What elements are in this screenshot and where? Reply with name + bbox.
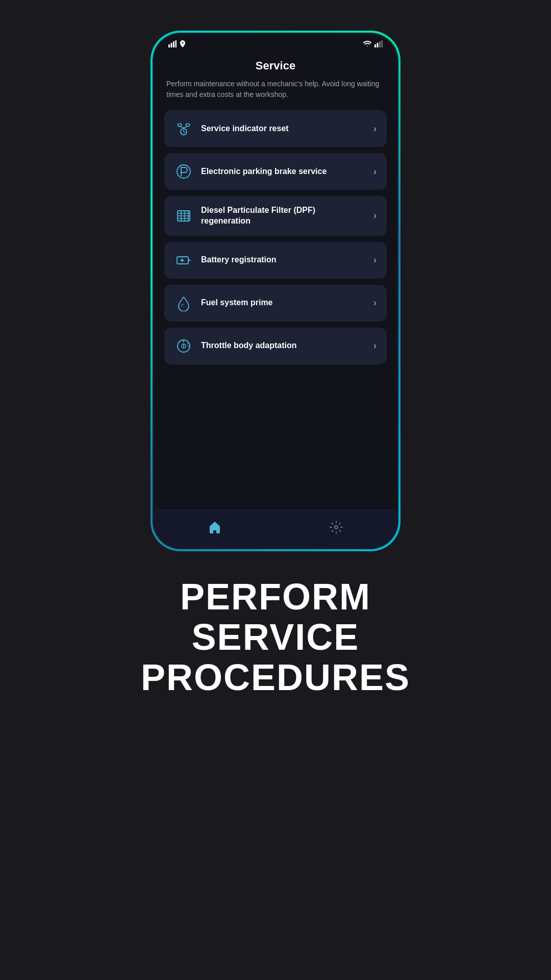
fuel-system-prime-label: Fuel system prime bbox=[201, 298, 365, 308]
filter-grid-icon bbox=[174, 207, 193, 225]
svg-rect-0 bbox=[168, 44, 170, 47]
status-left bbox=[168, 40, 186, 49]
phone-inner-border: Service Perform maintenance without a me… bbox=[153, 33, 398, 549]
throttle-dial-icon bbox=[174, 337, 193, 355]
svg-point-26 bbox=[335, 526, 338, 529]
nav-settings-button[interactable] bbox=[325, 516, 347, 538]
status-right bbox=[363, 40, 383, 49]
svg-line-23 bbox=[187, 342, 189, 344]
svg-rect-1 bbox=[171, 43, 172, 47]
parking-p-circle-icon bbox=[174, 162, 193, 181]
menu-item-service-indicator-reset[interactable]: Service indicator reset › bbox=[164, 110, 387, 147]
electronic-parking-brake-label: Electronic parking brake service bbox=[201, 166, 365, 177]
bottom-nav bbox=[154, 509, 397, 548]
svg-rect-7 bbox=[382, 40, 383, 47]
dpf-regeneration-label: Diesel Particulate Filter (DPF) regenera… bbox=[201, 205, 365, 227]
menu-item-throttle-body-adaptation[interactable]: Throttle body adaptation › bbox=[164, 328, 387, 364]
electronic-parking-brake-arrow: › bbox=[373, 166, 377, 177]
dpf-regeneration-arrow: › bbox=[373, 210, 377, 221]
promo-line1: PERFORM bbox=[141, 577, 410, 617]
throttle-body-adaptation-arrow: › bbox=[373, 340, 377, 351]
nav-home-button[interactable] bbox=[204, 516, 226, 538]
svg-rect-2 bbox=[173, 41, 174, 47]
promo-line2: SERVICE bbox=[141, 617, 410, 657]
svg-rect-5 bbox=[377, 43, 379, 47]
phone-screen: Service Perform maintenance without a me… bbox=[154, 34, 397, 548]
menu-item-dpf-regeneration[interactable]: Diesel Particulate Filter (DPF) regenera… bbox=[164, 196, 387, 236]
menu-item-battery-registration[interactable]: Battery registration › bbox=[164, 242, 387, 279]
droplet-icon bbox=[174, 294, 193, 312]
promo-text: PERFORM SERVICE PROCEDURES bbox=[110, 577, 441, 698]
page-description: Perform maintenance without a mechanic's… bbox=[164, 79, 387, 100]
status-bar bbox=[154, 34, 397, 52]
promo-line3: PROCEDURES bbox=[141, 657, 410, 698]
page-title: Service bbox=[164, 59, 387, 72]
svg-rect-3 bbox=[176, 40, 177, 47]
service-indicator-reset-arrow: › bbox=[373, 124, 377, 134]
svg-point-9 bbox=[177, 165, 190, 178]
screen-content: Service Perform maintenance without a me… bbox=[154, 52, 397, 509]
location-icon bbox=[180, 40, 186, 49]
service-indicator-reset-label: Service indicator reset bbox=[201, 124, 365, 134]
battery-plus-icon bbox=[174, 251, 193, 270]
battery-registration-label: Battery registration bbox=[201, 255, 365, 265]
wrench-settings-icon bbox=[174, 119, 193, 138]
battery-registration-arrow: › bbox=[373, 255, 377, 265]
svg-rect-6 bbox=[379, 41, 381, 47]
phone-border: Service Perform maintenance without a me… bbox=[151, 31, 400, 551]
signal-bars-icon bbox=[374, 40, 383, 49]
wifi-icon bbox=[363, 41, 371, 48]
throttle-body-adaptation-label: Throttle body adaptation bbox=[201, 340, 365, 351]
fuel-system-prime-arrow: › bbox=[373, 298, 377, 308]
signal-icon bbox=[168, 40, 177, 49]
phone-mockup: Service Perform maintenance without a me… bbox=[151, 31, 400, 551]
menu-item-electronic-parking-brake[interactable]: Electronic parking brake service › bbox=[164, 153, 387, 190]
svg-rect-4 bbox=[374, 44, 376, 47]
menu-item-fuel-system-prime[interactable]: Fuel system prime › bbox=[164, 285, 387, 322]
